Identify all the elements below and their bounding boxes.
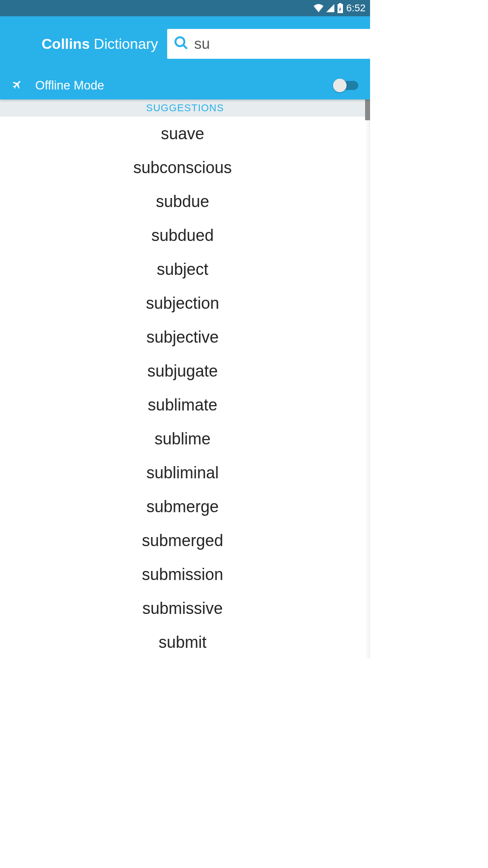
svg-line-1: [183, 45, 187, 49]
battery-charging-icon: [337, 3, 343, 13]
app-bar: Collins Dictionary: [0, 16, 370, 71]
suggestion-item[interactable]: subjective: [0, 320, 365, 354]
suggestion-item[interactable]: submerged: [0, 524, 365, 557]
suggestion-item[interactable]: submit: [0, 625, 365, 658]
status-time: 6:52: [346, 2, 366, 14]
offline-toggle[interactable]: [334, 81, 358, 90]
suggestion-item[interactable]: submerge: [0, 490, 365, 524]
wifi-icon: [314, 4, 324, 12]
suggestion-item[interactable]: submission: [0, 557, 365, 591]
suggestion-item[interactable]: subjection: [0, 286, 365, 320]
offline-bar: Offline Mode: [0, 71, 370, 99]
cellular-icon: [326, 4, 334, 12]
suggestion-item[interactable]: sublime: [0, 422, 365, 456]
status-bar: 6:52: [0, 0, 370, 16]
suggestions-header: SUGGESTIONS: [0, 99, 370, 117]
offline-label: Offline Mode: [35, 79, 334, 93]
app-title: Collins Dictionary: [42, 36, 158, 52]
suggestion-item[interactable]: subconscious: [0, 151, 365, 184]
airplane-icon: [12, 79, 23, 92]
suggestion-item[interactable]: subject: [0, 252, 365, 286]
search-icon: [174, 35, 189, 52]
suggestion-item[interactable]: subliminal: [0, 456, 365, 490]
suggestion-item[interactable]: subdued: [0, 218, 365, 252]
search-box[interactable]: [167, 29, 370, 59]
suggestion-item[interactable]: subjugate: [0, 354, 365, 388]
svg-point-0: [175, 37, 184, 46]
search-input[interactable]: [194, 35, 370, 52]
suggestion-item[interactable]: suave: [0, 117, 365, 151]
suggestion-item[interactable]: sublimate: [0, 388, 365, 422]
suggestion-item[interactable]: submissive: [0, 591, 365, 625]
scroll-indicator[interactable]: [365, 99, 370, 120]
suggestions-list[interactable]: suavesubconscioussubduesubduedsubjectsub…: [0, 117, 365, 658]
suggestion-item[interactable]: subdue: [0, 184, 365, 218]
